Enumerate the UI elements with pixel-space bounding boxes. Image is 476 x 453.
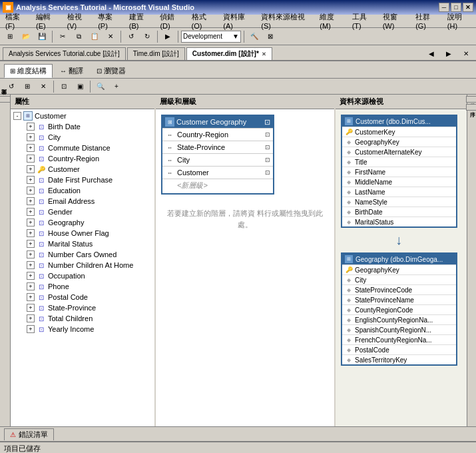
menu-window[interactable]: 視窗(W) [379, 11, 411, 31]
hierarchy-level-customer[interactable]: •• Customer ⊡ [162, 166, 273, 179]
sub-tab-browser[interactable]: ⊡ 瀏覽器 [91, 64, 132, 77]
tb2-add[interactable]: + [109, 80, 124, 93]
attr-gender[interactable]: + ⊡ Gender [11, 207, 154, 217]
ds-field-englishcounty[interactable]: ◆ EnglishCountyRegionNa... [342, 314, 456, 324]
attr-expand-state[interactable]: + [27, 304, 35, 312]
attr-postal[interactable]: + ⊡ Postal Code [11, 292, 154, 302]
attr-total-children[interactable]: + ⊡ Total Children [11, 313, 154, 324]
attr-email[interactable]: + ⊡ Email Address [11, 196, 154, 207]
level-expand-city[interactable]: ⊡ [265, 157, 270, 163]
attr-phone[interactable]: + ⊡ Phone [11, 281, 154, 292]
toolbar-deploy[interactable]: ⊠ [263, 30, 278, 43]
ds-field-customerkey[interactable]: 🔑 CustomerKey [342, 127, 456, 137]
ds-field-spanishcounty[interactable]: ◆ SpanishCountyRegionN... [342, 324, 456, 334]
menu-datasource[interactable]: 資料來源檢視(S) [257, 11, 316, 31]
menu-build[interactable]: 建置(B) [125, 11, 156, 31]
attr-geography[interactable]: + ⊡ Geography [11, 217, 154, 228]
toolbar-paste[interactable]: 📋 [87, 30, 102, 43]
ds-field-countycode[interactable]: ◆ CountyRegionCode [342, 304, 456, 314]
attr-expand-num-cars[interactable]: + [27, 250, 35, 258]
attr-city[interactable]: + ⊡ City [11, 132, 154, 143]
menu-edit[interactable]: 編輯(E) [32, 11, 63, 31]
attr-house-owner[interactable]: + ⊡ House Owner Flag [11, 228, 154, 238]
ds-field-maritalstatus[interactable]: ◆ MaritalStatus [342, 217, 456, 226]
tb2-delete[interactable]: ✕ [36, 80, 51, 93]
ds-field-lastname[interactable]: ◆ LastName [342, 187, 456, 197]
toolbar-undo[interactable]: ↺ [124, 30, 138, 43]
ds-field-postalcode[interactable]: ◆ PostalCode [342, 344, 456, 354]
attr-expand-total-children[interactable]: + [27, 314, 35, 322]
attr-state[interactable]: + ⊡ State-Province [11, 302, 154, 313]
attr-birth-date[interactable]: + ⊡ Birth Date [11, 121, 154, 132]
sub-tab-structure[interactable]: ⊞ 維度結構 [4, 64, 53, 78]
attr-yearly-income[interactable]: + ⊡ Yearly Income [11, 324, 154, 334]
ds-field-statename[interactable]: ◆ StateProvinceName [342, 294, 456, 304]
attr-expand-customer[interactable]: - [13, 112, 21, 120]
hierarchy-level-country[interactable]: •• Country-Region ⊡ [162, 128, 273, 141]
ds-field-frenchcounty[interactable]: ◆ FrenchCountyRegionNa... [342, 334, 456, 344]
ds-field-salesterritory[interactable]: ◆ SalesTerritoryKey [342, 354, 456, 364]
attr-expand-occupation[interactable]: + [27, 272, 35, 280]
tab-time[interactable]: Time.dim [設計] [127, 47, 185, 60]
toolbar-delete[interactable]: ✕ [103, 30, 118, 43]
attr-expand-education[interactable]: + [27, 187, 35, 195]
tb2-table[interactable]: ⊡ [57, 80, 71, 93]
attr-expand-birth-date[interactable]: + [27, 123, 35, 131]
ds-field-city2[interactable]: ◆ City [342, 274, 456, 284]
attr-customer-key[interactable]: + 🔑 Customer [11, 164, 154, 175]
toolbar-run[interactable]: ▶ [160, 30, 175, 43]
menu-view[interactable]: 檢視(V) [63, 11, 95, 31]
attr-num-cars[interactable]: + ⊡ Number Cars Owned [11, 249, 154, 260]
toolbar-open[interactable]: 📂 [19, 30, 33, 43]
menu-format[interactable]: 格式(O) [188, 11, 220, 31]
tab-close-all[interactable]: ✕ [459, 47, 473, 60]
attr-marital[interactable]: + ⊡ Marital Status [11, 238, 154, 249]
tb2-zoom[interactable]: 🔍 [93, 80, 108, 93]
tab-nav-right[interactable]: ▶ [441, 47, 456, 60]
menu-file[interactable]: 檔案(F) [1, 11, 32, 31]
right-tab-calc[interactable]: 計算結果 [466, 96, 476, 103]
attr-occupation[interactable]: + ⊡ Occupation [11, 270, 154, 281]
new-level-placeholder[interactable]: <新層級> [162, 179, 273, 193]
attr-expand-marital[interactable]: + [27, 240, 35, 248]
attr-date-first[interactable]: + ⊡ Date First Purchase [11, 175, 154, 185]
menu-dimension[interactable]: 維度(M) [316, 11, 348, 31]
attr-commute[interactable]: + ⊡ Commute Distance [11, 143, 154, 153]
hierarchy-level-state[interactable]: •• State-Province ⊡ [162, 141, 273, 153]
attr-expand-country[interactable]: + [27, 155, 35, 163]
menu-debug[interactable]: 偵錯(D) [156, 11, 187, 31]
attr-expand-gender[interactable]: + [27, 208, 35, 216]
ds-field-geographykey2[interactable]: 🔑 GeographyKey [342, 264, 456, 274]
tab-cube[interactable]: Analysis Services Tutorial.cube [設計] [3, 47, 126, 60]
hierarchy-expand-icon[interactable]: ⊡ [264, 118, 270, 127]
ds-field-birthdate[interactable]: ◆ BirthDate [342, 207, 456, 217]
right-tab-sort[interactable]: 排序 [466, 104, 476, 111]
toolbar-new[interactable]: ⊞ [3, 30, 17, 43]
menu-project[interactable]: 專案(P) [94, 11, 125, 31]
attr-country[interactable]: + ⊡ Country-Region [11, 153, 154, 164]
menu-help[interactable]: 說明(H) [443, 11, 475, 31]
attr-expand-num-children[interactable]: + [27, 261, 35, 269]
ds-field-altkey[interactable]: ◆ CustomerAlternateKey [342, 147, 456, 157]
attr-expand-house-owner[interactable]: + [27, 229, 35, 237]
tab-close-icon[interactable]: ✕ [262, 51, 266, 57]
hierarchy-level-city[interactable]: •• City ⊡ [162, 153, 273, 166]
toolbar-copy[interactable]: ⧉ [71, 30, 86, 43]
sub-tab-translation[interactable]: ↔ 翻譯 [54, 64, 89, 77]
tab-customer[interactable]: Customer.dim [設計]* ✕ [186, 47, 272, 60]
attr-expand-customer-key[interactable]: + [27, 165, 35, 173]
toolbar-cut[interactable]: ✂ [55, 30, 70, 43]
attr-group-customer[interactable]: - ⊞ Customer [11, 111, 154, 121]
tab-nav-left[interactable]: ◀ [424, 47, 439, 60]
level-expand-country[interactable]: ⊡ [265, 131, 270, 138]
attr-expand-postal[interactable]: + [27, 293, 35, 301]
menu-tools[interactable]: 工具(T) [348, 11, 379, 31]
attr-expand-phone[interactable]: + [27, 282, 35, 290]
error-panel-tab[interactable]: ⚠ 錯誤清單 [4, 428, 54, 440]
tb2-view[interactable]: ⊞ [20, 80, 35, 93]
attr-expand-yearly-income[interactable]: + [27, 325, 35, 333]
level-expand-customer[interactable]: ⊡ [265, 169, 270, 176]
ds-field-title[interactable]: ◆ Title [342, 157, 456, 167]
attr-expand-commute[interactable]: + [27, 144, 35, 152]
sidebar-tab-solution[interactable]: 方案總管 [0, 96, 11, 103]
